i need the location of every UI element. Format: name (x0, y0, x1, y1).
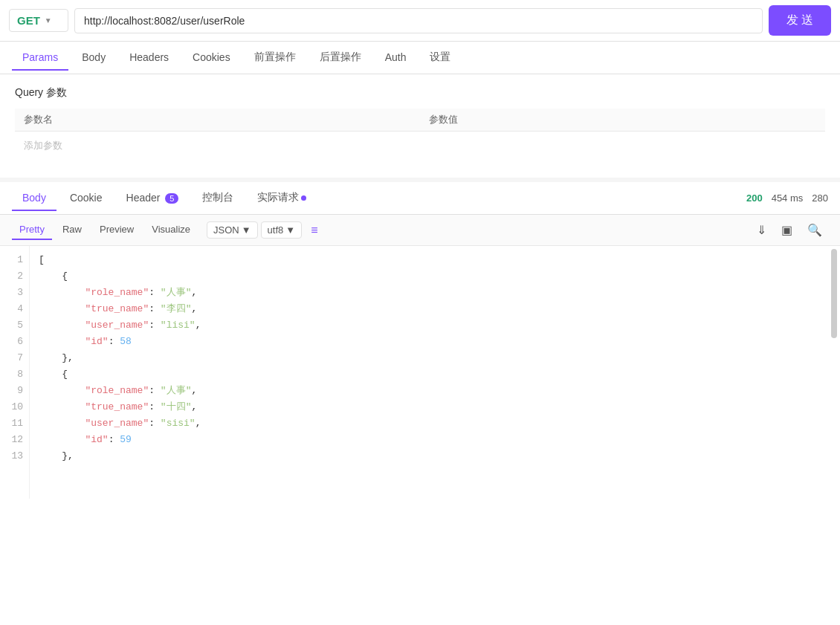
line-9: "role_name": "人事", (39, 383, 831, 399)
line-3: "role_name": "人事", (39, 285, 831, 301)
dot-indicator (301, 195, 306, 201)
line-6: "id": 58 (39, 334, 831, 350)
resp-tab-cookie[interactable]: Cookie (59, 186, 113, 211)
format-selector[interactable]: JSON ▼ (207, 221, 258, 239)
response-meta: 200 454 ms 280 (746, 192, 828, 204)
line-5: "user_name": "lisi", (39, 317, 831, 334)
code-content: [ { "role_name": "人事", "true_name": "李四"… (30, 246, 840, 499)
body-tab-pretty[interactable]: Pretty (12, 220, 52, 240)
copy-icon[interactable]: ▣ (775, 219, 798, 241)
resp-tab-body[interactable]: Body (12, 186, 56, 211)
format-label: JSON (213, 224, 239, 236)
header-badge: 5 (165, 193, 178, 204)
line-4: "true_name": "李四", (39, 301, 831, 317)
tab-auth[interactable]: Auth (375, 45, 417, 71)
scrollbar-thumb[interactable] (831, 249, 837, 338)
add-param-placeholder: 添加参数 (15, 132, 825, 161)
response-time: 454 ms (772, 192, 804, 204)
line-12: "id": 59 (39, 432, 831, 448)
tab-pre-action[interactable]: 前置操作 (244, 45, 306, 71)
encoding-chevron-icon: ▼ (285, 224, 295, 236)
line-13: }, (39, 448, 831, 464)
method-selector[interactable]: GET ▼ (9, 9, 68, 32)
resp-tab-header[interactable]: Header 5 (116, 186, 190, 211)
line-1: [ (39, 252, 831, 268)
col-name-header: 参数名 (15, 109, 420, 132)
resp-tab-actual-request[interactable]: 实际请求 (247, 185, 317, 212)
response-size: 280 (812, 192, 828, 204)
tab-headers[interactable]: Headers (119, 45, 179, 71)
request-tabs: Params Body Headers Cookies 前置操作 后置操作 Au… (0, 42, 840, 74)
body-tab-preview[interactable]: Preview (92, 220, 141, 240)
response-area: Body Cookie Header 5 控制台 实际请求 200 454 ms… (0, 178, 840, 499)
body-tab-raw[interactable]: Raw (55, 220, 89, 240)
status-code: 200 (746, 192, 763, 204)
method-label: GET (17, 14, 40, 27)
search-icon[interactable]: 🔍 (801, 219, 828, 241)
encoding-label: utf8 (268, 224, 284, 236)
line-2: { (39, 268, 831, 285)
col-value-header: 参数值 (420, 109, 825, 132)
params-table: 参数名 参数值 添加参数 (15, 109, 825, 160)
params-section: Query 参数 参数名 参数值 添加参数 (0, 74, 840, 172)
line-numbers: 1 2 3 4 5 6 7 8 9 10 11 12 13 (0, 246, 30, 499)
add-param-row[interactable]: 添加参数 (15, 132, 825, 161)
tab-settings[interactable]: 设置 (419, 45, 461, 71)
format-chevron-icon: ▼ (242, 224, 251, 236)
body-tab-visualize[interactable]: Visualize (144, 220, 198, 240)
line-7: }, (39, 350, 831, 366)
tab-params[interactable]: Params (12, 45, 68, 71)
line-10: "true_name": "十四", (39, 399, 831, 415)
encoding-selector[interactable]: utf8 ▼ (261, 221, 303, 239)
tab-post-action[interactable]: 后置操作 (309, 45, 372, 71)
resp-tab-console[interactable]: 控制台 (192, 185, 244, 212)
chevron-down-icon: ▼ (45, 16, 52, 25)
download-icon[interactable]: ⇓ (751, 219, 772, 241)
wrap-button[interactable]: ≡ (305, 220, 323, 241)
line-8: { (39, 366, 831, 383)
response-tabs-bar: Body Cookie Header 5 控制台 实际请求 200 454 ms… (0, 182, 840, 215)
send-button[interactable]: 发 送 (769, 5, 831, 36)
tab-body[interactable]: Body (71, 45, 116, 71)
tab-cookies[interactable]: Cookies (182, 45, 241, 71)
response-tabs-left: Body Cookie Header 5 控制台 实际请求 (12, 185, 317, 211)
code-area: 1 2 3 4 5 6 7 8 9 10 11 12 13 [ { "role_… (0, 246, 840, 499)
query-params-title: Query 参数 (15, 86, 825, 100)
body-toolbar: Pretty Raw Preview Visualize JSON ▼ utf8… (0, 215, 840, 246)
top-bar: GET ▼ 发 送 (0, 0, 840, 42)
line-11: "user_name": "sisi", (39, 415, 831, 432)
url-input[interactable] (74, 8, 763, 33)
